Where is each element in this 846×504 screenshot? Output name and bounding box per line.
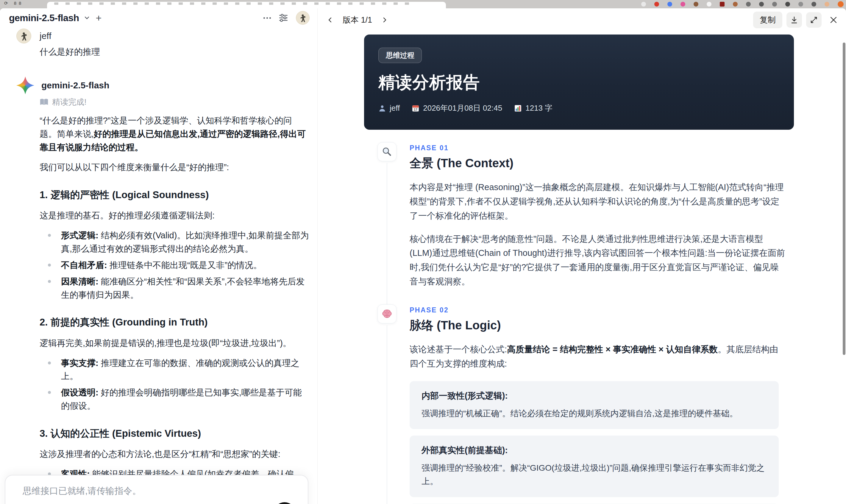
extension-icon[interactable]	[720, 2, 725, 6]
close-icon[interactable]	[826, 12, 841, 28]
composer-placeholder[interactable]: 思维接口已就绪,请传输指令。	[23, 485, 290, 497]
extension-icon[interactable]	[785, 2, 790, 6]
logic-box: 内部一致性(形式逻辑): 强调推理的“机械正确”。结论必须在给定的规则系统内逻辑…	[410, 381, 779, 429]
phase-label: PHASE 01	[410, 142, 842, 152]
phase-body: 该论述基于一个核心公式:高质量结论 = 结构完整性 × 事实准确性 × 认知自律…	[410, 342, 785, 371]
wordcount-meta: 1213 字	[514, 103, 552, 113]
author-meta: jeff	[378, 104, 400, 113]
extension-icon[interactable]	[707, 2, 711, 6]
extension-icon[interactable]	[641, 2, 646, 6]
extension-icon[interactable]	[798, 2, 803, 6]
section-desc: 逻辑再完美,如果前提是错误的,推理也是垃圾(即“垃圾进,垃圾出”)。	[40, 337, 309, 350]
calendar-icon: 17	[412, 104, 419, 112]
browser-nav-glyphs[interactable]: ⟳ 88	[4, 1, 23, 6]
list-item: 假设透明: 好的推理会明确指明哪些是已知事实,哪些是基于可能的假设。	[40, 386, 309, 413]
phase-label: PHASE 02	[410, 304, 842, 314]
phase-paragraph: 本内容是对“推理 (Reasoning)”这一抽象概念的高层建模。在知识爆炸与人…	[410, 180, 785, 223]
extension-icon[interactable]	[681, 2, 685, 6]
date-meta: 17 2026年01月08日 02:45	[412, 103, 502, 113]
user-name: jeff	[40, 31, 51, 41]
settings-sliders-icon[interactable]	[279, 13, 288, 23]
browser-extension-icons	[641, 1, 844, 7]
extension-icon[interactable]	[759, 2, 764, 6]
next-version-icon[interactable]	[377, 12, 392, 28]
new-topic-button[interactable]: +	[96, 13, 102, 23]
logic-dimension-boxes: 内部一致性(形式逻辑): 强调推理的“机械正确”。结论必须在给定的规则系统内逻辑…	[410, 381, 842, 504]
version-navigator: 版本 1/1	[322, 12, 392, 28]
report-title: 精读分析报告	[378, 71, 780, 94]
bar-chart-icon	[514, 104, 522, 112]
chevron-down-icon[interactable]	[83, 14, 90, 21]
logic-box-text: 强调推理的“经验校准”。解决“GIGO(垃圾进,垃圾出)”问题,确保推理引擎运行…	[422, 461, 767, 488]
phase-title: 脉络 (The Logic)	[410, 317, 842, 334]
artifact-panel: 版本 1/1 复制 思维过程	[317, 8, 846, 504]
section-desc: 这是推理的基石。好的推理必须遵循逻辑法则:	[40, 209, 309, 222]
list-item: 形式逻辑: 结构必须有效(Valid)。比如演绎推理中,如果前提全部为真,那么通…	[40, 229, 309, 256]
conversation-title[interactable]: gemini-2.5-flash	[9, 13, 79, 23]
phase-paragraph: 核心情境在于解决“思考的随意性”问题。不论是人类通过批判性思维进行决策,还是大语…	[410, 232, 785, 289]
extension-icon[interactable]	[772, 2, 777, 6]
report-meta: jeff 17 2026年01月08日 02:45 1213 字	[378, 103, 780, 113]
extension-icon[interactable]	[811, 2, 816, 6]
list-item: 事实支撑: 推理建立在可靠的数据、准确的观测或公认的真理之上。	[40, 356, 309, 383]
list-item: 不自相矛盾: 推理链条中不能出现“既是又非”的情况。	[40, 258, 309, 272]
chat-panel: gemini-2.5-flash +	[0, 8, 317, 504]
browser-tab-bar: ⟳ 88	[0, 0, 846, 8]
phase-section: PHASE 02 脉络 (The Logic) 该论述基于一个核心公式:高质量结…	[377, 304, 842, 504]
version-label: 版本 1/1	[342, 15, 372, 25]
list-item: 因果清晰: 能准确区分“相关性”和“因果关系”,不会轻率地将先后发生的事情归为因…	[40, 275, 309, 302]
person-icon	[378, 104, 386, 112]
extension-icon[interactable]	[693, 2, 698, 6]
scrollbar[interactable]	[843, 42, 845, 355]
chat-header: gemini-2.5-flash +	[0, 8, 317, 28]
logic-box-text: 强调推理的“机械正确”。结论必须在给定的规则系统内逻辑自洽,这是推理的硬件基础。	[422, 407, 767, 420]
voice-input-button[interactable]	[273, 502, 296, 504]
extension-icon[interactable]	[667, 2, 672, 6]
phase-timeline: PHASE 01 全景 (The Context) 本内容是对“推理 (Reas…	[377, 142, 842, 504]
user-message-text: 什么是好的推理	[40, 45, 309, 59]
report-hero-card: 思维过程 精读分析报告 jeff 17 2026年01月08日 02:45 12…	[364, 35, 794, 130]
phase-title: 全景 (The Context)	[410, 155, 842, 172]
section-heading: 3. 认知的公正性 (Epistemic Virtues)	[40, 426, 309, 441]
lead-paragraph: 我们可以从以下四个维度来衡量什么是“好的推理”:	[40, 161, 309, 174]
app-window: gemini-2.5-flash +	[0, 8, 846, 504]
section-desc: 这涉及推理者的心态和方法论,也是区分“杠精”和“思想家”的关键:	[40, 448, 309, 461]
assistant-message-body: “什么是好的推理?”这是一个涉及逻辑学、认知科学和哲学核心的问题。简单来说,好的…	[40, 114, 309, 504]
magnifier-icon	[377, 142, 396, 161]
brain-icon	[377, 304, 396, 323]
extension-icon[interactable]	[838, 1, 844, 7]
phase-body: 本内容是对“推理 (Reasoning)”这一抽象概念的高层建模。在知识爆炸与人…	[410, 180, 785, 289]
svg-text:17: 17	[414, 107, 417, 111]
extension-icon[interactable]	[654, 2, 659, 6]
report-badge: 思维过程	[378, 48, 422, 63]
copy-button[interactable]: 复制	[753, 12, 782, 28]
phase-paragraph: 该论述基于一个核心公式:高质量结论 = 结构完整性 × 事实准确性 × 认知自律…	[410, 342, 785, 371]
message-list[interactable]: jeff 什么是好的推理 gemini-2.5-flash 精读完成! “什么是	[0, 28, 317, 504]
prev-version-icon[interactable]	[322, 12, 338, 28]
section-bullets: 形式逻辑: 结构必须有效(Valid)。比如演绎推理中,如果前提全部为真,那么通…	[40, 229, 309, 302]
more-options-icon[interactable]	[263, 17, 271, 19]
extension-icon[interactable]	[825, 2, 829, 6]
section-heading: 1. 逻辑的严密性 (Logical Soundness)	[40, 187, 309, 202]
expand-icon[interactable]	[806, 12, 822, 28]
download-icon[interactable]	[787, 12, 802, 28]
intro-paragraph: “什么是好的推理?”这是一个涉及逻辑学、认知科学和哲学核心的问题。简单来说,好的…	[40, 114, 309, 154]
browser-active-tab[interactable]	[47, 2, 446, 8]
section-bullets: 事实支撑: 推理建立在可靠的数据、准确的观测或公认的真理之上。 假设透明: 好的…	[40, 356, 309, 413]
logic-box: 外部真实性(前提基础): 强调推理的“经验校准”。解决“GIGO(垃圾进,垃圾出…	[410, 436, 779, 497]
user-message: jeff 什么是好的推理	[16, 29, 309, 59]
message-composer[interactable]: 思维接口已就绪,请传输指令。	[5, 475, 309, 504]
phase-rail	[377, 142, 396, 289]
tab-title-clipped	[54, 2, 411, 5]
artifact-header: 版本 1/1 复制	[318, 11, 846, 29]
logic-box-title: 外部真实性(前提基础):	[422, 445, 767, 456]
open-book-icon	[40, 98, 49, 106]
phase-section: PHASE 01 全景 (The Context) 本内容是对“推理 (Reas…	[377, 142, 842, 289]
user-avatar	[16, 29, 31, 43]
extension-icon[interactable]	[746, 2, 751, 6]
assistant-message: gemini-2.5-flash 精读完成! “什么是好的推理?”这是一个涉及逻…	[16, 76, 309, 504]
user-avatar[interactable]	[296, 11, 310, 25]
report-content[interactable]: 思维过程 精读分析报告 jeff 17 2026年01月08日 02:45 12…	[318, 31, 842, 504]
section-heading: 2. 前提的真实性 (Grounding in Truth)	[40, 314, 309, 330]
extension-icon[interactable]	[733, 2, 738, 6]
